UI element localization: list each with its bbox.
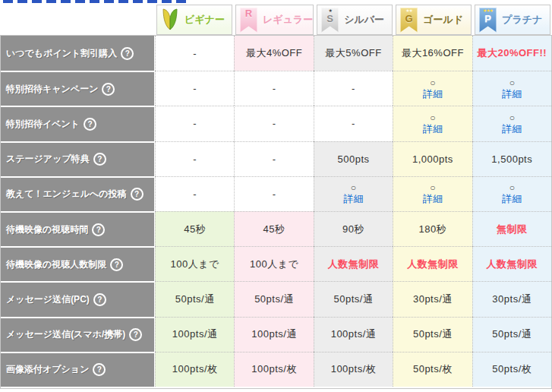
cell-silver: ○詳細 bbox=[314, 176, 393, 211]
circle-mark-icon: ○ bbox=[509, 112, 515, 123]
help-icon[interactable]: ? bbox=[129, 328, 142, 341]
ribbon-S-icon: ★S bbox=[321, 8, 339, 33]
ribbon-P-icon: ★★★P bbox=[479, 8, 497, 33]
row-label-text: メッセージ送信(PC) bbox=[6, 293, 90, 306]
detail-link[interactable]: 詳細 bbox=[423, 123, 443, 135]
cell-beginner: - bbox=[155, 71, 234, 106]
cell-value: 30pts/通 bbox=[413, 292, 453, 306]
cell-value: 50pts/通 bbox=[492, 327, 531, 341]
help-icon[interactable]: ? bbox=[131, 188, 144, 201]
help-icon[interactable]: ? bbox=[93, 363, 106, 376]
cell-beginner: - bbox=[155, 141, 234, 176]
cell-value: 人数無制限 bbox=[407, 258, 459, 271]
cell-value: 人数無制限 bbox=[328, 258, 380, 271]
cell-regular: - bbox=[234, 141, 313, 176]
detail-link[interactable]: 詳細 bbox=[502, 88, 522, 100]
cell-value: 90秒 bbox=[342, 223, 364, 236]
cell-silver: - bbox=[314, 71, 393, 106]
cell-gold: ○詳細 bbox=[393, 176, 472, 211]
cell-platinum: 人数無制限 bbox=[472, 246, 551, 281]
cell-regular: 45秒 bbox=[234, 211, 313, 246]
cell-value: 45秒 bbox=[184, 223, 206, 236]
cell-value: 50pts/通 bbox=[334, 292, 374, 306]
cell-value: 100pts/通 bbox=[172, 327, 218, 341]
tier-name-beginner: ビギナー bbox=[185, 13, 225, 27]
cell-regular: - bbox=[234, 106, 313, 141]
circle-mark-icon: ○ bbox=[430, 112, 435, 123]
cell-value: 50pts/通 bbox=[413, 327, 453, 341]
cell-gold: 50pts/枚 bbox=[393, 352, 472, 387]
cell-gold: 30pts/通 bbox=[393, 281, 472, 316]
row-label-text: 特別招待キャンペーン bbox=[6, 83, 98, 96]
help-icon[interactable]: ? bbox=[93, 153, 106, 166]
cell-value: - bbox=[193, 83, 197, 94]
circle-mark-icon: ○ bbox=[430, 182, 435, 193]
cell-value: 100pts/通 bbox=[331, 327, 377, 341]
cell-gold: ○詳細 bbox=[393, 106, 472, 141]
cell-value: - bbox=[273, 188, 276, 200]
cell-value: 100pts/枚 bbox=[251, 362, 297, 376]
cell-beginner: 100pts/通 bbox=[155, 317, 234, 352]
cell-value: 人数無制限 bbox=[487, 258, 538, 271]
tier-header-beginner: ビギナー bbox=[156, 5, 232, 35]
circle-mark-icon: ○ bbox=[509, 182, 515, 193]
row-label: 待機映像の視聴時間? bbox=[1, 211, 155, 246]
cell-beginner: 100pts/枚 bbox=[155, 352, 234, 387]
cell-beginner: - bbox=[155, 36, 234, 71]
cell-silver: 50pts/通 bbox=[314, 281, 393, 316]
detail-link[interactable]: 詳細 bbox=[423, 88, 443, 100]
detail-link[interactable]: 詳細 bbox=[502, 123, 522, 135]
help-icon[interactable]: ? bbox=[110, 258, 123, 271]
row-label-text: 教えて！エンジェルへの投稿 bbox=[6, 188, 127, 201]
cell-regular: 最大4%OFF bbox=[234, 36, 313, 71]
row-label-text: ステージアップ特典 bbox=[6, 153, 90, 166]
tier-comparison-page: ビギナーRレギュラー★Sシルバー★★Gゴールド★★★Pプラチナ いつでもポイント… bbox=[0, 0, 552, 392]
cell-beginner: - bbox=[155, 106, 234, 141]
cell-regular: 50pts/通 bbox=[234, 281, 313, 316]
row-label: メッセージ送信(PC)? bbox=[1, 281, 155, 316]
cell-regular: - bbox=[234, 176, 313, 211]
help-icon[interactable]: ? bbox=[93, 293, 106, 306]
badge-letter: G bbox=[405, 14, 413, 24]
detail-link[interactable]: 詳細 bbox=[502, 193, 522, 205]
cell-platinum: 無制限 bbox=[472, 211, 551, 246]
cell-value: 100pts/枚 bbox=[172, 362, 218, 376]
circle-mark-icon: ○ bbox=[509, 77, 515, 88]
cell-value: - bbox=[193, 153, 197, 165]
circle-mark-icon: ○ bbox=[351, 182, 356, 193]
tier-name-silver: シルバー bbox=[344, 13, 384, 27]
cell-value: - bbox=[273, 153, 276, 165]
cell-value: 無制限 bbox=[497, 223, 528, 236]
badge-letter: S bbox=[326, 14, 333, 24]
cell-value: 最大4%OFF bbox=[246, 46, 302, 60]
cell-platinum: 50pts/通 bbox=[472, 317, 551, 352]
help-icon[interactable]: ? bbox=[92, 223, 105, 236]
cell-platinum: 50pts/枚 bbox=[472, 352, 551, 387]
cell-silver: 100pts/通 bbox=[314, 317, 393, 352]
detail-link[interactable]: 詳細 bbox=[423, 193, 443, 205]
row-label-text: 待機映像の視聴人数制限 bbox=[6, 258, 106, 271]
row-label-text: 特別招待イベント bbox=[6, 118, 80, 131]
cell-value: - bbox=[193, 118, 197, 129]
row-label: いつでもポイント割引購入? bbox=[1, 36, 155, 71]
cell-beginner: 50pts/通 bbox=[155, 281, 234, 316]
tier-header-gold: ★★Gゴールド bbox=[396, 5, 472, 35]
help-icon[interactable]: ? bbox=[84, 118, 96, 131]
cell-value: 50pts/通 bbox=[254, 292, 294, 306]
help-icon[interactable]: ? bbox=[121, 47, 134, 60]
row-label: 特別招待キャンペーン? bbox=[1, 71, 155, 106]
cell-platinum: 最大20%OFF!! bbox=[472, 36, 551, 71]
detail-link[interactable]: 詳細 bbox=[343, 193, 363, 205]
cell-value: 1,500pts bbox=[491, 153, 532, 165]
tier-name-platinum: プラチナ bbox=[502, 13, 542, 27]
cell-value: 180秒 bbox=[419, 223, 447, 236]
row-label-text: 画像添付オプション bbox=[6, 363, 89, 376]
cell-beginner: 45秒 bbox=[155, 211, 234, 246]
cell-value: 100pts/枚 bbox=[331, 362, 377, 376]
help-icon[interactable]: ? bbox=[102, 83, 115, 96]
circle-mark-icon: ○ bbox=[430, 77, 435, 88]
row-label: 待機映像の視聴人数制限? bbox=[1, 246, 155, 281]
wakaba-leaf-icon bbox=[161, 8, 179, 31]
ribbon-R-icon: R bbox=[240, 8, 257, 33]
cell-gold: ○詳細 bbox=[393, 71, 472, 106]
